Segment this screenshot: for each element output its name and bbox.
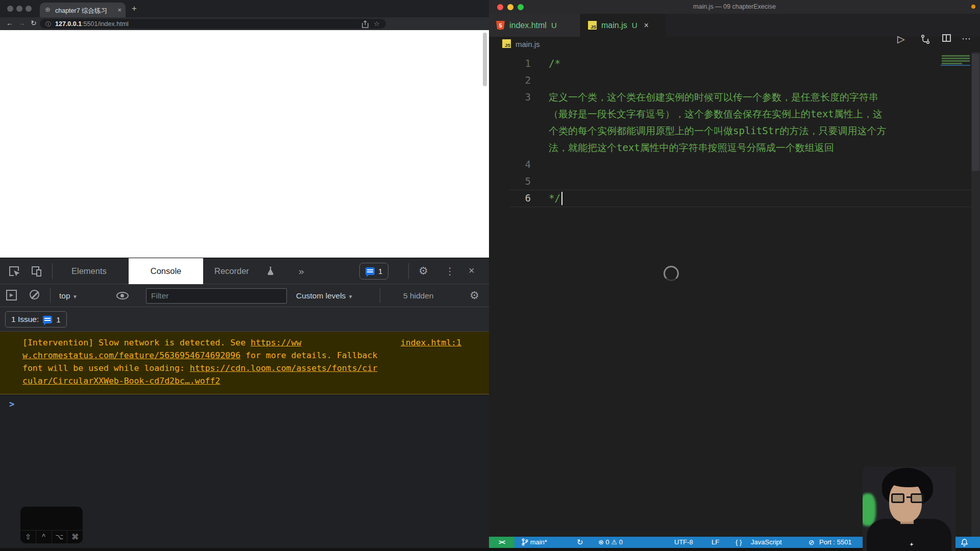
window-title: main.js — 09 chapterExecise [489,3,980,10]
code-line: 法，就能把这个text属性中的字符串按照逗号分隔成一个数组返回 [489,139,971,156]
divider [52,263,53,279]
issues-badge[interactable]: 1 [359,263,388,280]
tab-index-html[interactable]: 5 index.html U [489,14,581,37]
code-line: 2 [489,72,971,89]
new-tab-button[interactable]: + [132,4,137,14]
inspect-element-icon[interactable] [8,265,20,278]
console-toolbar: ▶ top ▼ Custom levels ▼ 5 hidden ⚙ [0,284,489,307]
problems-item[interactable]: ⊗ 0 ⚠ 0 [598,537,623,548]
breadcrumb[interactable]: JS main.js [489,37,980,52]
address-bar[interactable]: ⓘ 127.0.0.1:5501/index.html ☆ [40,19,386,29]
vscode-title-bar[interactable]: main.js — 09 chapterExecise [489,0,980,14]
encoding-item[interactable]: UTF-8 [674,537,693,548]
chevron-down-icon: ▼ [348,294,353,299]
browser-window: ⊕ chapter7 综合练习 × + ← → ↻ ⓘ 127.0.0.1:55… [0,0,489,551]
webcam-overlay[interactable] [863,467,955,551]
devtools-menu-icon[interactable]: ⋮ [445,265,455,277]
warning-link[interactable]: cular/CircularXXWeb-Book-cd7d2bc….woff2 [22,376,220,386]
forward-icon[interactable]: → [18,19,26,27]
editor-scrollbar-thumb[interactable] [972,54,979,171]
issues-bubble-icon [43,316,52,323]
console-prompt-chevron[interactable]: > [9,399,14,409]
url-text: 127.0.0.1:5501/index.html [55,20,129,28]
tab-main-js[interactable]: JS main.js U × [581,14,666,37]
screen-bottom-edge [0,548,980,551]
tab-elements[interactable]: Elements [71,258,107,284]
braces-icon[interactable]: { } [736,537,742,548]
code-line: 3定义一个类，这个类在创建实例的时候可以传一个参数，是任意长度的字符串 [489,89,971,106]
bookmark-star-icon[interactable]: ☆ [374,20,380,28]
devtools-settings-gear-icon[interactable]: ⚙ [419,265,428,277]
clear-console-icon[interactable] [30,290,39,299]
window-zoom-button[interactable] [26,6,32,12]
live-expression-eye-icon[interactable] [116,292,129,299]
warning-line: font will be used while loading: https:/… [22,362,489,374]
browser-tab-bar: ⊕ chapter7 综合练习 × + [0,0,489,17]
issues-bubble-icon [365,267,375,275]
sync-icon[interactable]: ↻ [577,537,583,548]
keystroke-visualizer: ⇧ ^ ⌥ ⌘ [20,507,83,543]
issue-chip[interactable]: 1 Issue: 1 [5,311,67,328]
issue-count: 1 [56,315,60,324]
tab-close-icon[interactable]: × [644,21,649,30]
remote-indicator[interactable]: >< [489,537,514,548]
browser-toolbar: ← → ↻ ⓘ 127.0.0.1:5501/index.html ☆ f? N… [0,17,489,30]
minimap[interactable] [942,63,962,64]
js-file-icon: JS [502,39,511,48]
minimap[interactable] [942,58,970,59]
issues-badge-count: 1 [378,267,382,276]
page-scrollbar[interactable] [483,33,487,86]
url-host: 127.0.0.1 [55,20,82,28]
warning-link[interactable]: https://ww [251,338,301,347]
reload-icon[interactable]: ↻ [31,19,37,27]
text-cursor [561,192,562,205]
error-icon: ⊗ [598,538,604,546]
warning-link[interactable]: w.chromestatus.com/feature/5636954674692… [22,350,240,360]
site-info-icon[interactable]: ⓘ [45,20,51,28]
console-sidebar-icon[interactable]: ▶ [6,290,17,300]
console-filter-input[interactable] [146,288,287,304]
port-item[interactable]: Port : 5501 [819,537,852,548]
warning-source-link[interactable]: index.html:1 [401,336,461,349]
console-issue-row: 1 Issue: 1 [0,307,489,332]
log-levels-selector[interactable]: Custom levels ▼ [296,284,353,308]
issue-label: 1 Issue: [11,315,39,324]
chevron-down-icon: ▼ [72,294,78,299]
console-settings-gear-icon[interactable]: ⚙ [470,289,479,302]
language-item[interactable]: JavaScript [751,537,782,548]
context-selector[interactable]: top ▼ [59,284,78,308]
recording-indicator-dot [971,5,975,9]
warning-line: cular/CircularXXWeb-Book-cd7d2bc….woff2 [22,374,489,387]
modifier-key-row: ⇧ ^ ⌥ ⌘ [20,530,83,543]
tab-recorder[interactable]: Recorder [214,258,249,284]
minimap-slider[interactable] [941,65,970,66]
browser-tab-title: chapter7 综合练习 [55,7,112,15]
minimap[interactable] [942,55,970,57]
minimap[interactable] [942,60,970,62]
greenscreen-edge [863,493,876,526]
option-key-icon: ⌥ [52,531,68,543]
window-close-button[interactable] [7,6,13,12]
tab-close-icon[interactable]: × [117,6,121,14]
devtools-close-icon[interactable]: × [469,265,475,277]
git-branch-item[interactable]: main* [522,537,547,548]
device-toolbar-icon[interactable] [31,265,43,278]
window-minimize-button[interactable] [16,6,22,12]
eol-item[interactable]: LF [712,537,719,548]
glasses-left-lens [891,493,904,503]
code-line: 1/* [489,55,971,72]
warning-link[interactable]: https://cdn.loom.com/assets/fonts/cir [190,363,378,373]
warning-icon: ⚠ [611,538,617,546]
code-editor[interactable]: 1/* 2 3定义一个类，这个类在创建实例的时候可以传一个参数，是任意长度的字符… [489,52,971,537]
tab-console[interactable]: Console [129,258,203,284]
url-path: :5501/index.html [82,20,129,28]
glasses-right-lens [911,493,924,503]
js-file-icon: JS [588,21,597,30]
html-file-icon: 5 [496,21,505,30]
back-icon[interactable]: ← [6,19,13,27]
share-icon[interactable] [362,20,369,28]
glasses-bridge [906,496,911,498]
browser-tab[interactable]: ⊕ chapter7 综合练习 × [40,3,126,17]
page-content[interactable] [0,30,489,258]
more-tabs-icon[interactable]: » [299,258,304,284]
